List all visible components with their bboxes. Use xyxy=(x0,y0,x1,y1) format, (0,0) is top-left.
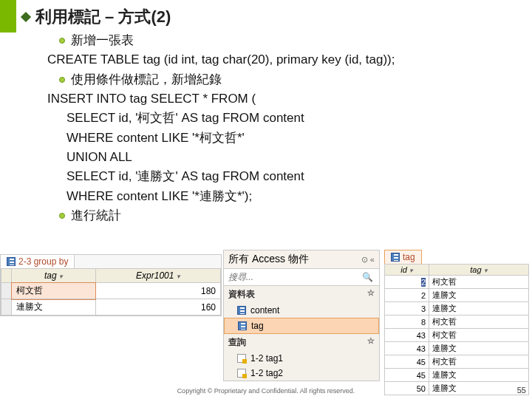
slide-title: 利用標記 – 方式(2) xyxy=(35,6,171,28)
groupby-table: tag ▾ Expr1001 ▾ 柯文哲 180 連勝文 160 xyxy=(1,268,221,316)
code-line-1: CREATE TABLE tag (id int, tag char(20), … xyxy=(47,50,517,69)
nav-item-content[interactable]: content xyxy=(224,303,379,318)
tag-table-panel: tag id ▾ tag ▾ 2柯文哲 2連勝文 3連勝文 8柯文哲 43柯文哲… xyxy=(384,250,529,395)
nav-section-tables[interactable]: 資料表 ☆ xyxy=(224,286,379,303)
nav-search-row: 🔍 xyxy=(224,269,379,286)
nav-item-label: 1-2 tag2 xyxy=(250,368,283,378)
cell-tag[interactable]: 柯文哲 xyxy=(429,329,529,342)
cell-tag[interactable]: 柯文哲 xyxy=(12,283,96,299)
col-tag[interactable]: tag ▾ xyxy=(429,265,529,276)
groupby-panel: 2-3 group by tag ▾ Expr1001 ▾ 柯文哲 180 連勝… xyxy=(0,254,222,316)
collapse-icon[interactable]: ⊙ « xyxy=(361,255,375,265)
tab-groupby[interactable]: 2-3 group by xyxy=(1,255,75,268)
cell-tag[interactable]: 柯文哲 xyxy=(429,355,529,369)
bullet-icon xyxy=(59,77,65,83)
slide-title-row: 利用標記 – 方式(2) xyxy=(22,6,171,28)
nav-item-label: tag xyxy=(251,321,264,331)
cell-id[interactable]: 2 xyxy=(385,276,429,289)
query-icon xyxy=(237,369,246,378)
section-label: 查詢 xyxy=(228,336,246,349)
screenshots-area: 2-3 group by tag ▾ Expr1001 ▾ 柯文哲 180 連勝… xyxy=(0,250,532,378)
tab-tag-label: tag xyxy=(403,252,415,262)
bullet-icon xyxy=(59,213,65,219)
table-icon xyxy=(238,321,247,330)
cell-id[interactable]: 45 xyxy=(385,369,429,382)
cell-tag[interactable]: 連勝文 xyxy=(429,302,529,316)
table-icon xyxy=(237,306,246,315)
table-row[interactable]: 43連勝文 xyxy=(385,342,529,355)
nav-header[interactable]: 所有 Access 物件 ⊙ « xyxy=(224,250,379,269)
bullet-1: 新增一張表 xyxy=(59,31,517,50)
bullet-icon xyxy=(59,38,65,44)
nav-item-q1[interactable]: 1-2 tag1 xyxy=(224,351,379,366)
code-line-4: WHERE content LIKE '*柯文哲*' xyxy=(66,129,517,148)
code-line-6: SELECT id, '連勝文' AS tag FROM content xyxy=(66,167,517,186)
table-row[interactable]: 2連勝文 xyxy=(385,289,529,302)
col-tag[interactable]: tag ▾ xyxy=(12,269,96,283)
table-row[interactable]: 45柯文哲 xyxy=(385,355,529,369)
search-icon[interactable]: 🔍 xyxy=(359,272,376,282)
cell-id[interactable]: 3 xyxy=(385,302,429,316)
table-row[interactable]: 柯文哲 180 xyxy=(1,283,221,299)
table-row[interactable]: 45連勝文 xyxy=(385,369,529,382)
nav-header-label: 所有 Access 物件 xyxy=(228,253,309,266)
table-icon xyxy=(391,253,400,262)
nav-search-input[interactable] xyxy=(227,270,359,284)
chevron-icon: ☆ xyxy=(367,288,375,301)
bullet-1-text: 新增一張表 xyxy=(71,31,134,50)
cell-tag[interactable]: 柯文哲 xyxy=(429,276,529,289)
cell-tag[interactable]: 連勝文 xyxy=(12,299,96,316)
footer-text: Copyright © Proprietary and Confidential… xyxy=(0,387,532,395)
code-line-3: SELECT id, '柯文哲' AS tag FROM content xyxy=(66,109,517,128)
bullet-2-text: 使用條件做標記，新增紀錄 xyxy=(71,70,222,89)
tab-tag[interactable]: tag xyxy=(384,250,422,264)
table-row[interactable]: 43柯文哲 xyxy=(385,329,529,342)
cell-id[interactable]: 8 xyxy=(385,316,429,329)
chevron-icon: ☆ xyxy=(367,336,375,349)
cell-tag[interactable]: 連勝文 xyxy=(429,342,529,355)
bullet-2: 使用條件做標記，新增紀錄 xyxy=(59,70,517,89)
code-line-5: UNION ALL xyxy=(66,148,517,167)
col-id[interactable]: id ▾ xyxy=(385,265,429,276)
nav-item-q2[interactable]: 1-2 tag2 xyxy=(224,366,379,381)
slide-accent-bar xyxy=(0,0,16,33)
table-row[interactable]: 連勝文 160 xyxy=(1,299,221,316)
dropdown-icon[interactable]: ▾ xyxy=(59,273,63,280)
nav-item-label: content xyxy=(250,305,279,316)
diamond-icon xyxy=(21,12,31,22)
dropdown-icon[interactable]: ▾ xyxy=(409,267,413,274)
cell-tag[interactable]: 連勝文 xyxy=(429,369,529,382)
tag-table: id ▾ tag ▾ 2柯文哲 2連勝文 3連勝文 8柯文哲 43柯文哲 43連… xyxy=(384,264,529,395)
code-line-2: INSERT INTO tag SELECT * FROM ( xyxy=(47,89,517,109)
row-selector[interactable] xyxy=(1,283,12,299)
cell-id[interactable]: 2 xyxy=(385,289,429,302)
code-line-7: WHERE content LIKE '*連勝文*'); xyxy=(66,187,517,206)
cell-val[interactable]: 160 xyxy=(95,299,220,316)
nav-item-tag[interactable]: tag xyxy=(224,318,379,334)
query-icon xyxy=(237,354,246,363)
nav-item-label: 1-2 tag1 xyxy=(250,353,283,364)
section-label: 資料表 xyxy=(228,288,255,301)
cell-tag[interactable]: 柯文哲 xyxy=(429,316,529,329)
dropdown-icon[interactable]: ▾ xyxy=(177,273,180,280)
row-selector-header[interactable] xyxy=(1,269,12,283)
cell-id[interactable]: 45 xyxy=(385,355,429,369)
nav-section-queries[interactable]: 查詢 ☆ xyxy=(224,334,379,351)
table-row[interactable]: 2柯文哲 xyxy=(385,276,529,289)
table-header-row: tag ▾ Expr1001 ▾ xyxy=(1,269,221,283)
cell-val[interactable]: 180 xyxy=(95,283,220,299)
bullet-3: 進行統計 xyxy=(59,206,517,225)
access-nav-pane: 所有 Access 物件 ⊙ « 🔍 資料表 ☆ content tag 查詢 … xyxy=(223,250,380,381)
table-row[interactable]: 3連勝文 xyxy=(385,302,529,316)
cell-id[interactable]: 43 xyxy=(385,342,429,355)
table-row[interactable]: 8柯文哲 xyxy=(385,316,529,329)
table-header-row: id ▾ tag ▾ xyxy=(385,265,529,276)
cell-tag[interactable]: 連勝文 xyxy=(429,289,529,302)
col-expr[interactable]: Expr1001 ▾ xyxy=(95,269,220,283)
page-number: 55 xyxy=(517,386,526,395)
dropdown-icon[interactable]: ▾ xyxy=(484,267,488,274)
table-icon xyxy=(7,257,16,266)
row-selector[interactable] xyxy=(1,299,12,316)
cell-id[interactable]: 43 xyxy=(385,329,429,342)
slide-body: 新增一張表 CREATE TABLE tag (id int, tag char… xyxy=(47,31,517,225)
